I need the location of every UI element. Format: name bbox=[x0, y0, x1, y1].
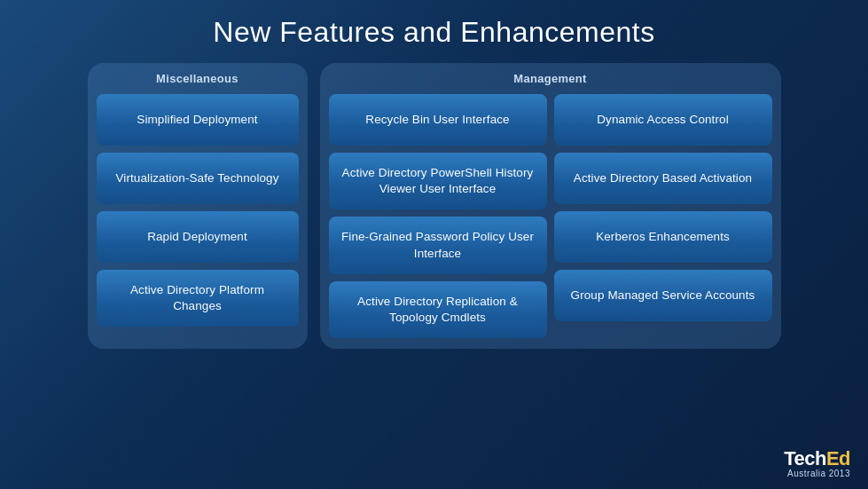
teched-sub: Australia 2013 bbox=[787, 469, 850, 478]
rapid-deployment-card: Rapid Deployment bbox=[97, 211, 299, 263]
columns-area: Miscellaneous Simplified Deployment Virt… bbox=[0, 63, 868, 349]
ad-powershell-card: Active Directory PowerShell History View… bbox=[329, 153, 547, 209]
teched-logo: TechEd Australia 2013 bbox=[784, 447, 850, 478]
management-right-col: Dynamic Access Control Active Directory … bbox=[554, 94, 772, 338]
recycle-bin-card: Recycle Bin User Interface bbox=[329, 94, 547, 146]
dynamic-access-card: Dynamic Access Control bbox=[554, 94, 772, 146]
simplified-deployment-card: Simplified Deployment bbox=[97, 94, 299, 146]
fine-grained-card: Fine-Grained Password Policy User Interf… bbox=[329, 217, 547, 273]
management-sub-columns: Recycle Bin User Interface Active Direct… bbox=[329, 94, 772, 338]
group-managed-card: Group Managed Service Accounts bbox=[554, 270, 772, 321]
virtualization-safe-card: Virtualization-Safe Technology bbox=[97, 153, 299, 204]
teched-brand: TechEd bbox=[784, 447, 850, 470]
ad-based-activation-card: Active Directory Based Activation bbox=[554, 153, 772, 204]
management-group-label: Management bbox=[329, 72, 772, 85]
management-group: Management Recycle Bin User Interface Ac… bbox=[320, 63, 781, 349]
misc-group: Miscellaneous Simplified Deployment Virt… bbox=[88, 63, 308, 349]
ad-replication-card: Active Directory Replication & Topology … bbox=[329, 281, 547, 338]
page-title: New Features and Enhancements bbox=[0, 0, 868, 58]
kerberos-card: Kerberos Enhancements bbox=[554, 211, 772, 263]
ad-platform-changes-card: Active Directory Platform Changes bbox=[97, 270, 299, 327]
misc-group-label: Miscellaneous bbox=[97, 72, 299, 85]
management-left-col: Recycle Bin User Interface Active Direct… bbox=[329, 94, 547, 338]
